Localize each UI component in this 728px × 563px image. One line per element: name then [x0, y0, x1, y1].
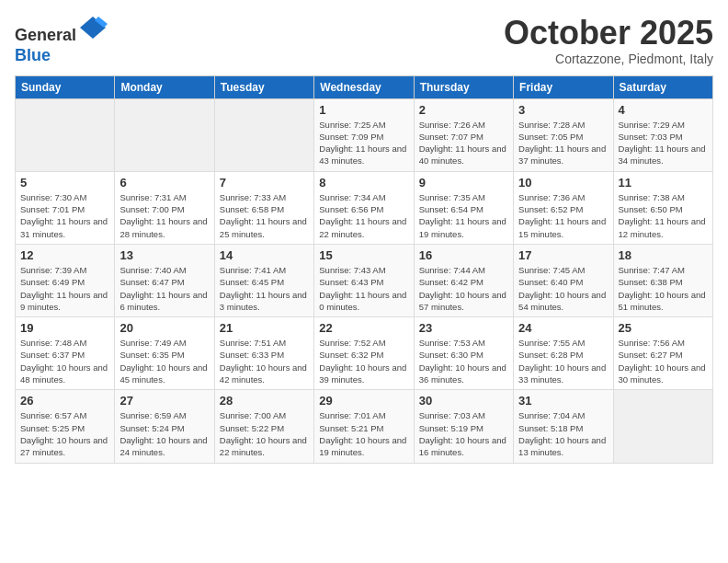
day-number: 14 — [220, 248, 309, 262]
day-info: Sunrise: 7:36 AM Sunset: 6:52 PM Dayligh… — [518, 191, 608, 240]
table-row: 13Sunrise: 7:40 AM Sunset: 6:47 PM Dayli… — [115, 244, 214, 316]
day-number: 19 — [20, 321, 109, 335]
logo-general: General — [15, 26, 76, 44]
day-info: Sunrise: 7:56 AM Sunset: 6:27 PM Dayligh… — [619, 337, 708, 385]
day-number: 29 — [319, 394, 408, 408]
table-row: 20Sunrise: 7:49 AM Sunset: 6:35 PM Dayli… — [115, 317, 214, 390]
day-number: 8 — [319, 176, 408, 190]
table-row: 4Sunrise: 7:29 AM Sunset: 7:03 PM Daylig… — [613, 98, 712, 171]
day-number: 17 — [518, 248, 608, 262]
page-header: General Blue October 2025 Cortazzone, Pi… — [15, 15, 713, 66]
day-info: Sunrise: 7:38 AM Sunset: 6:50 PM Dayligh… — [619, 191, 708, 240]
day-info: Sunrise: 7:41 AM Sunset: 6:45 PM Dayligh… — [220, 264, 309, 313]
col-wednesday: Wednesday — [314, 75, 414, 98]
table-row: 2Sunrise: 7:26 AM Sunset: 7:07 PM Daylig… — [414, 98, 513, 171]
calendar-week-row: 26Sunrise: 6:57 AM Sunset: 5:25 PM Dayli… — [16, 390, 713, 463]
calendar-table: Sunday Monday Tuesday Wednesday Thursday… — [15, 75, 713, 464]
logo-blue: Blue — [15, 46, 51, 64]
day-info: Sunrise: 7:26 AM Sunset: 7:07 PM Dayligh… — [419, 119, 508, 167]
day-info: Sunrise: 7:00 AM Sunset: 5:22 PM Dayligh… — [220, 409, 309, 458]
day-info: Sunrise: 7:35 AM Sunset: 6:54 PM Dayligh… — [419, 191, 508, 240]
day-info: Sunrise: 7:33 AM Sunset: 6:58 PM Dayligh… — [220, 191, 309, 240]
table-row: 17Sunrise: 7:45 AM Sunset: 6:40 PM Dayli… — [514, 244, 613, 316]
table-row: 25Sunrise: 7:56 AM Sunset: 6:27 PM Dayli… — [613, 317, 712, 390]
table-row — [115, 98, 214, 171]
day-number: 1 — [319, 103, 408, 117]
table-row: 30Sunrise: 7:03 AM Sunset: 5:19 PM Dayli… — [414, 390, 513, 463]
table-row: 27Sunrise: 6:59 AM Sunset: 5:24 PM Dayli… — [115, 390, 214, 463]
location-subtitle: Cortazzone, Piedmont, Italy — [504, 52, 713, 66]
day-number: 6 — [119, 176, 209, 190]
table-row: 26Sunrise: 6:57 AM Sunset: 5:25 PM Dayli… — [16, 390, 115, 463]
day-number: 27 — [119, 394, 209, 408]
day-number: 13 — [119, 248, 209, 262]
table-row: 28Sunrise: 7:00 AM Sunset: 5:22 PM Dayli… — [214, 390, 313, 463]
day-number: 4 — [619, 103, 708, 117]
calendar-week-row: 5Sunrise: 7:30 AM Sunset: 7:01 PM Daylig… — [16, 171, 713, 244]
day-info: Sunrise: 7:03 AM Sunset: 5:19 PM Dayligh… — [419, 409, 508, 458]
day-info: Sunrise: 7:40 AM Sunset: 6:47 PM Dayligh… — [119, 264, 209, 313]
table-row: 1Sunrise: 7:25 AM Sunset: 7:09 PM Daylig… — [314, 98, 414, 171]
day-info: Sunrise: 7:04 AM Sunset: 5:18 PM Dayligh… — [518, 409, 608, 458]
col-friday: Friday — [514, 75, 613, 98]
calendar-header-row: Sunday Monday Tuesday Wednesday Thursday… — [16, 75, 713, 98]
table-row: 29Sunrise: 7:01 AM Sunset: 5:21 PM Dayli… — [314, 390, 414, 463]
day-number: 2 — [419, 103, 508, 117]
day-info: Sunrise: 7:52 AM Sunset: 6:32 PM Dayligh… — [319, 337, 408, 385]
col-saturday: Saturday — [613, 75, 712, 98]
day-info: Sunrise: 7:39 AM Sunset: 6:49 PM Dayligh… — [20, 264, 109, 313]
day-info: Sunrise: 7:34 AM Sunset: 6:56 PM Dayligh… — [319, 191, 408, 240]
table-row: 23Sunrise: 7:53 AM Sunset: 6:30 PM Dayli… — [414, 317, 513, 390]
table-row: 16Sunrise: 7:44 AM Sunset: 6:42 PM Dayli… — [414, 244, 513, 316]
table-row: 5Sunrise: 7:30 AM Sunset: 7:01 PM Daylig… — [16, 171, 115, 244]
day-number: 16 — [419, 248, 508, 262]
table-row: 31Sunrise: 7:04 AM Sunset: 5:18 PM Dayli… — [514, 390, 613, 463]
day-info: Sunrise: 6:59 AM Sunset: 5:24 PM Dayligh… — [119, 409, 209, 458]
day-info: Sunrise: 7:47 AM Sunset: 6:38 PM Dayligh… — [619, 264, 708, 313]
day-info: Sunrise: 7:53 AM Sunset: 6:30 PM Dayligh… — [419, 337, 508, 385]
logo: General Blue — [15, 15, 108, 65]
day-info: Sunrise: 7:43 AM Sunset: 6:43 PM Dayligh… — [319, 264, 408, 313]
table-row: 8Sunrise: 7:34 AM Sunset: 6:56 PM Daylig… — [314, 171, 414, 244]
day-info: Sunrise: 7:31 AM Sunset: 7:00 PM Dayligh… — [119, 191, 209, 240]
day-info: Sunrise: 7:55 AM Sunset: 6:28 PM Dayligh… — [518, 337, 608, 385]
day-number: 10 — [518, 176, 608, 190]
logo-icon — [78, 15, 108, 40]
day-number: 21 — [220, 321, 309, 335]
day-number: 25 — [619, 321, 708, 335]
day-number: 12 — [20, 248, 109, 262]
day-number: 24 — [518, 321, 608, 335]
day-number: 20 — [119, 321, 209, 335]
table-row: 21Sunrise: 7:51 AM Sunset: 6:33 PM Dayli… — [214, 317, 313, 390]
day-info: Sunrise: 7:51 AM Sunset: 6:33 PM Dayligh… — [220, 337, 309, 385]
day-number: 9 — [419, 176, 508, 190]
table-row: 11Sunrise: 7:38 AM Sunset: 6:50 PM Dayli… — [613, 171, 712, 244]
calendar-week-row: 12Sunrise: 7:39 AM Sunset: 6:49 PM Dayli… — [16, 244, 713, 316]
day-info: Sunrise: 7:44 AM Sunset: 6:42 PM Dayligh… — [419, 264, 508, 313]
day-info: Sunrise: 7:45 AM Sunset: 6:40 PM Dayligh… — [518, 264, 608, 313]
day-info: Sunrise: 7:25 AM Sunset: 7:09 PM Dayligh… — [319, 119, 408, 167]
table-row: 6Sunrise: 7:31 AM Sunset: 7:00 PM Daylig… — [115, 171, 214, 244]
calendar-week-row: 19Sunrise: 7:48 AM Sunset: 6:37 PM Dayli… — [16, 317, 713, 390]
month-title: October 2025 — [504, 15, 713, 52]
table-row: 10Sunrise: 7:36 AM Sunset: 6:52 PM Dayli… — [514, 171, 613, 244]
day-number: 28 — [220, 394, 309, 408]
col-sunday: Sunday — [16, 75, 115, 98]
day-info: Sunrise: 7:01 AM Sunset: 5:21 PM Dayligh… — [319, 409, 408, 458]
table-row: 24Sunrise: 7:55 AM Sunset: 6:28 PM Dayli… — [514, 317, 613, 390]
day-number: 15 — [319, 248, 408, 262]
table-row: 9Sunrise: 7:35 AM Sunset: 6:54 PM Daylig… — [414, 171, 513, 244]
day-number: 18 — [619, 248, 708, 262]
calendar-week-row: 1Sunrise: 7:25 AM Sunset: 7:09 PM Daylig… — [16, 98, 713, 171]
day-number: 30 — [419, 394, 508, 408]
day-info: Sunrise: 7:48 AM Sunset: 6:37 PM Dayligh… — [20, 337, 109, 385]
day-number: 5 — [20, 176, 109, 190]
day-info: Sunrise: 7:30 AM Sunset: 7:01 PM Dayligh… — [20, 191, 109, 240]
table-row — [214, 98, 313, 171]
day-info: Sunrise: 7:49 AM Sunset: 6:35 PM Dayligh… — [119, 337, 209, 385]
col-thursday: Thursday — [414, 75, 513, 98]
table-row: 7Sunrise: 7:33 AM Sunset: 6:58 PM Daylig… — [214, 171, 313, 244]
col-tuesday: Tuesday — [214, 75, 313, 98]
table-row: 3Sunrise: 7:28 AM Sunset: 7:05 PM Daylig… — [514, 98, 613, 171]
day-number: 23 — [419, 321, 508, 335]
